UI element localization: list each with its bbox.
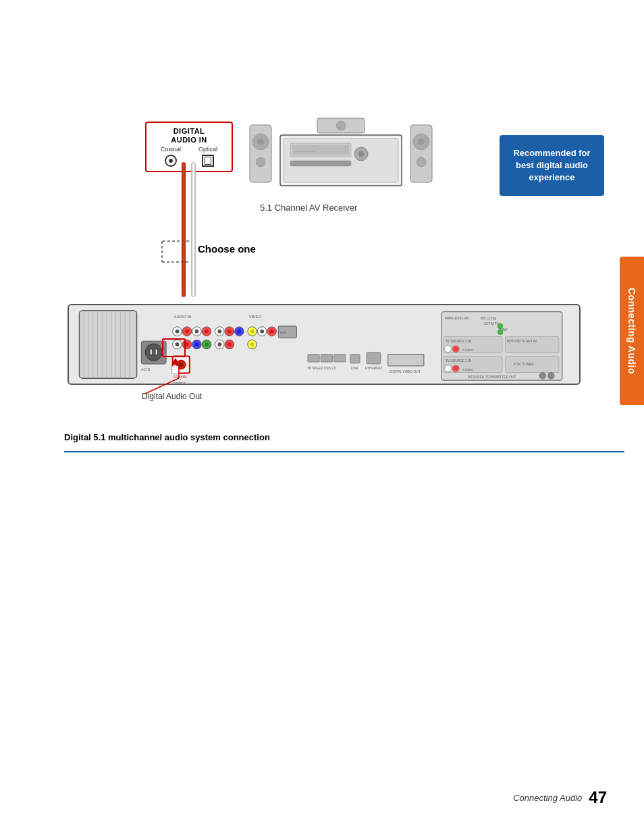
optical-inner <box>205 157 211 165</box>
svg-point-106 <box>445 365 452 372</box>
recommended-text: Recommended for best digital audio exper… <box>505 147 599 184</box>
choose-one-bracket <box>155 240 196 263</box>
svg-point-114 <box>539 373 546 380</box>
arrow-to-panel <box>171 358 180 365</box>
choose-one-label: Choose one <box>198 243 256 255</box>
svg-point-34 <box>145 344 162 361</box>
main-content: Recommended for best digital audio exper… <box>27 108 614 439</box>
coaxial-connector-icon <box>165 155 177 167</box>
svg-text:HDTV/SDTV ANT IN: HDTV/SDTV ANT IN <box>507 340 537 343</box>
optical-label: Optical <box>198 146 217 153</box>
svg-text:1394: 1394 <box>351 367 358 370</box>
optical-cable <box>191 162 196 297</box>
svg-line-117 <box>145 378 179 394</box>
svg-point-42 <box>185 330 189 334</box>
svg-rect-7 <box>290 161 351 166</box>
svg-point-54 <box>205 342 209 346</box>
svg-rect-84 <box>334 355 346 363</box>
svg-text:S-VIDEO: S-VIDEO <box>462 369 473 371</box>
svg-point-62 <box>217 342 221 346</box>
svg-text:HI SPEED USB 2.0: HI SPEED USB 2.0 <box>308 367 336 370</box>
svg-point-56 <box>217 330 221 334</box>
svg-point-60 <box>237 330 241 334</box>
digital-audio-in-title: DIGITALAUDIO IN <box>152 127 226 145</box>
svg-text:TV SOURCE 1 IN: TV SOURCE 1 IN <box>446 340 472 343</box>
label-line <box>142 365 182 395</box>
svg-rect-88 <box>367 353 381 364</box>
svg-rect-90 <box>388 355 424 366</box>
diagram-area: Recommended for best digital audio exper… <box>30 108 611 439</box>
svg-point-107 <box>452 365 459 372</box>
coaxial-inner <box>169 159 173 163</box>
section-divider <box>64 451 624 452</box>
side-tab: Connecting Audio <box>620 257 644 405</box>
svg-point-17 <box>336 121 346 130</box>
svg-text:ETHERNET: ETHERNET <box>365 367 383 370</box>
svg-text:TV SOURCE 2 IN: TV SOURCE 2 IN <box>446 359 472 363</box>
svg-point-58 <box>227 330 232 334</box>
svg-point-98 <box>498 330 503 335</box>
side-tab-label: Connecting Audio <box>626 288 637 374</box>
page-number-area: Connecting Audio 47 <box>513 788 607 807</box>
optical-connector-icon <box>202 155 214 167</box>
svg-text:DIGITAL VIDEO OUT: DIGITAL VIDEO OUT <box>390 370 421 373</box>
digital-audio-in-box: DIGITALAUDIO IN Coaxial Optical <box>145 122 233 172</box>
svg-point-102 <box>452 346 459 353</box>
svg-rect-21 <box>80 311 137 379</box>
svg-point-64 <box>227 342 232 346</box>
svg-point-67 <box>250 330 254 334</box>
diagram-caption: Digital 5.1 multichannel audio system co… <box>64 432 270 442</box>
page-label: Connecting Audio <box>513 793 582 803</box>
recommended-box: Recommended for best digital audio exper… <box>500 135 604 196</box>
coaxial-label: Coaxial <box>161 146 181 153</box>
coaxial-optical-row: Coaxial Optical <box>152 146 226 153</box>
svg-text:AUDIO IN: AUDIO IN <box>174 315 192 319</box>
svg-point-40 <box>176 330 180 334</box>
svg-text:ACTIVITY: ACTIVITY <box>484 322 500 325</box>
svg-point-101 <box>445 346 452 353</box>
svg-point-115 <box>548 373 555 380</box>
svg-point-50 <box>185 342 189 346</box>
svg-text:802.11 b/g: 802.11 b/g <box>481 317 496 320</box>
svg-point-71 <box>270 330 274 334</box>
svg-text:INFRARED TRANSMITTER OUT: INFRARED TRANSMITTER OUT <box>468 375 516 379</box>
svg-point-46 <box>205 330 209 334</box>
svg-point-15 <box>417 157 426 167</box>
svg-rect-83 <box>321 355 332 363</box>
svg-text:VGA: VGA <box>279 331 287 334</box>
svg-rect-86 <box>350 355 360 364</box>
connector-icons <box>152 155 226 167</box>
svg-text:...................: ................... <box>294 149 315 153</box>
svg-rect-82 <box>308 355 319 363</box>
svg-text:S-VIDEO: S-VIDEO <box>462 349 473 352</box>
svg-text:VIDEO: VIDEO <box>249 315 262 319</box>
svg-point-6 <box>358 151 364 157</box>
svg-point-48 <box>176 342 180 346</box>
svg-point-44 <box>195 330 199 334</box>
svg-point-69 <box>260 330 264 334</box>
av-receiver-svg: ................... <box>246 115 435 203</box>
svg-point-14 <box>418 138 425 145</box>
svg-point-52 <box>195 342 199 346</box>
page-number: 47 <box>589 788 607 807</box>
svg-point-11 <box>256 157 265 167</box>
svg-rect-109 <box>506 336 559 353</box>
svg-point-73 <box>250 342 254 346</box>
svg-point-10 <box>257 138 264 145</box>
svg-text:WIRELESS LAN: WIRELESS LAN <box>445 317 469 320</box>
coaxial-cable <box>182 162 186 297</box>
av-receiver-label: 5.1 Channel AV Receiver <box>260 203 357 213</box>
svg-text:ATSC TUNER: ATSC TUNER <box>513 363 534 366</box>
